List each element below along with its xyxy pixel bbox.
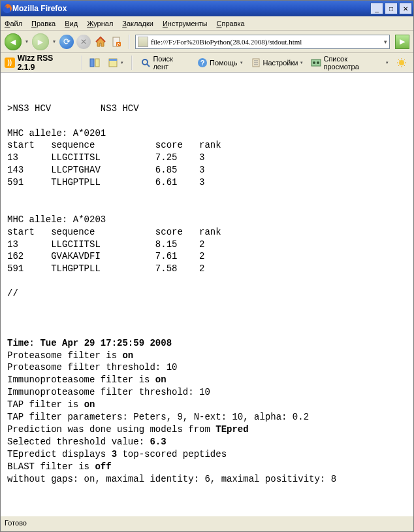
svg-rect-5 (95, 59, 99, 67)
url-bar[interactable]: ▾ (135, 35, 390, 49)
help-button[interactable]: ?Помощь▾ (195, 56, 246, 69)
svg-rect-2 (116, 42, 121, 46)
home-button[interactable] (93, 35, 108, 49)
viewlist-button[interactable]: Список просмотра▾ (308, 54, 391, 72)
status-text: Готово (5, 519, 27, 527)
url-input[interactable] (151, 38, 381, 46)
svg-point-18 (317, 61, 319, 64)
window-title: Mozilla Firefox (12, 4, 370, 13)
url-dropdown[interactable]: ▾ (384, 39, 387, 45)
menu-help[interactable]: Справка (217, 20, 245, 27)
firefox-icon (2, 3, 12, 14)
reload-button[interactable]: ⟳ (59, 35, 74, 49)
svg-line-9 (147, 64, 150, 67)
menu-file[interactable]: Файл (5, 20, 22, 27)
back-dropdown[interactable]: ▾ (25, 39, 28, 44)
menubar: Файл Правка Вид Журнал Закладки Инструме… (1, 16, 413, 31)
rss-icon: )) (5, 58, 15, 68)
search-feeds-button[interactable]: Поиск лент (138, 54, 192, 72)
menu-edit[interactable]: Правка (31, 20, 56, 27)
document-body: >NS3 HCV NS3 HCV MHC allele: A*0201 star… (7, 78, 407, 485)
svg-point-19 (399, 60, 404, 65)
menu-tools[interactable]: Инструменты (163, 20, 208, 27)
settings-button[interactable]: Настройки▾ (248, 56, 306, 69)
navbar: ◄ ▾ ► ▾ ⟳ ✕ ▾ ▶ (1, 31, 413, 53)
titlebar: Mozilla Firefox _ □ ✕ (1, 1, 413, 16)
tool-btn-2[interactable]: ▾ (105, 56, 126, 69)
separator (81, 56, 82, 70)
svg-point-3 (117, 44, 118, 46)
svg-line-27 (404, 59, 406, 61)
svg-rect-4 (90, 59, 94, 67)
menu-view[interactable]: Вид (65, 20, 78, 27)
rss-toolbar: )) Wizz RSS 2.1.9 ▾ Поиск лент ?Помощь▾ … (1, 53, 413, 73)
separator (129, 35, 130, 49)
svg-line-24 (398, 59, 400, 61)
page-feeds-icon[interactable] (110, 35, 123, 48)
sun-button[interactable] (394, 56, 409, 69)
close-button[interactable]: ✕ (399, 3, 412, 14)
statusbar: Готово (1, 516, 413, 529)
svg-point-17 (313, 61, 315, 64)
go-button[interactable]: ▶ (395, 35, 409, 49)
page-icon (138, 37, 148, 47)
stop-button: ✕ (76, 35, 91, 49)
svg-rect-7 (109, 59, 117, 61)
content-area: >NS3 HCV NS3 HCV MHC allele: A*0201 star… (1, 73, 413, 516)
back-button[interactable]: ◄ (5, 33, 22, 50)
forward-button[interactable]: ► (32, 33, 49, 50)
forward-dropdown[interactable]: ▾ (53, 39, 56, 44)
svg-point-8 (142, 59, 148, 65)
tool-btn-1[interactable] (87, 56, 103, 69)
menu-history[interactable]: Журнал (87, 20, 113, 27)
maximize-button[interactable]: □ (385, 3, 398, 14)
rss-label: Wizz RSS 2.1.9 (18, 54, 72, 72)
svg-text:?: ? (200, 59, 205, 67)
separator (131, 56, 133, 70)
menu-bookmarks[interactable]: Закладки (122, 20, 153, 27)
minimize-button[interactable]: _ (370, 3, 383, 14)
svg-line-26 (398, 65, 400, 66)
svg-line-25 (404, 65, 406, 66)
